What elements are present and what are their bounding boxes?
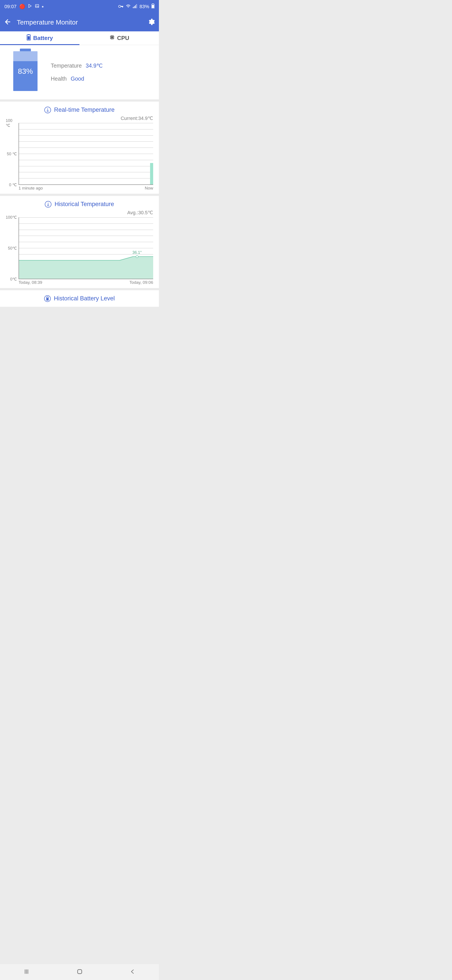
battery-info-text: Temperature 34.9℃ Health Good [51,56,153,89]
svg-rect-13 [28,36,30,40]
tab-cpu[interactable]: CPU [79,31,159,45]
historical-chart: 100℃ 50℃ 0℃ [6,217,153,279]
status-left: 09:07 🔴 [5,4,43,10]
app-bar: Temperature Monitor [0,13,159,31]
thermometer-icon [45,201,51,208]
realtime-current: Current:34.9℃ [0,116,159,123]
realtime-bar [150,163,153,185]
ytick: 50 ℃ [7,151,17,156]
play-store-icon [28,4,32,10]
historical-avg: Avg.:30.5℃ [0,210,159,217]
historical-batt-title: Historical Battery Level [54,295,115,302]
ytick: 100℃ [6,215,17,220]
battery-large-icon: 83% [13,51,38,93]
ytick: 0℃ [10,277,17,282]
svg-point-16 [47,110,48,112]
svg-point-1 [119,5,121,8]
vpn-key-icon [118,4,124,10]
clock-text: 09:07 [5,4,17,10]
cpu-tab-icon [109,35,115,42]
svg-rect-10 [152,5,154,8]
settings-button[interactable] [147,18,155,27]
tab-battery[interactable]: Battery [0,31,79,45]
back-button[interactable] [4,18,11,27]
xtick-end: Now [145,186,153,191]
health-label: Health [51,76,67,82]
ytick: 0 ℃ [9,183,17,187]
status-bar: 09:07 🔴 83% [0,0,159,13]
battery-status-icon [151,3,154,10]
temp-label: Temperature [51,62,82,69]
tab-battery-label: Battery [33,35,53,41]
svg-rect-6 [135,5,136,8]
app-notif-icon: 🔴 [19,4,25,10]
realtime-chart: 100 ℃ 50 ℃ 0 ℃ [6,123,153,185]
historical-temp-title: Historical Temperature [54,201,114,208]
battery-tab-icon [27,34,31,42]
svg-rect-4 [133,7,133,8]
historical-temp-panel: Historical Temperature Avg.:30.5℃ 100℃ 5… [0,196,159,288]
historical-marker-label: 36.1° [132,250,142,255]
ytick: 50℃ [8,246,17,251]
battery-info-panel: 83% Temperature 34.9℃ Health Good [0,45,159,99]
tab-cpu-label: CPU [117,35,129,41]
gallery-icon [35,4,39,10]
svg-rect-5 [134,6,135,8]
xtick-start: Today, 08:39 [19,280,42,285]
temp-value: 34.9℃ [86,62,103,69]
xtick-end: Today, 09:06 [130,280,153,285]
wifi-icon [126,4,131,10]
svg-rect-20 [47,298,48,300]
svg-point-17 [48,205,49,206]
svg-rect-15 [111,37,113,38]
historical-area [19,217,153,279]
more-notif-dot [42,6,43,8]
status-right: 83% [118,3,154,10]
health-value: Good [71,76,84,82]
signal-icon [133,4,137,10]
realtime-temp-panel: Real-time Temperature Current:34.9℃ 100 … [0,102,159,194]
thermometer-icon [44,107,51,113]
xtick-start: 1 minute ago [19,186,43,191]
historical-battery-panel: Historical Battery Level [0,290,159,307]
realtime-title: Real-time Temperature [54,107,114,113]
historical-marker [136,255,138,258]
tab-bar: Battery CPU [0,31,159,45]
page-title: Temperature Monitor [17,19,147,26]
battery-pct-large: 83% [18,67,33,76]
svg-rect-3 [122,6,123,8]
svg-rect-7 [136,5,137,8]
battery-pct-text: 83% [140,4,149,10]
ytick: 100 ℃ [6,118,17,128]
battery-section-icon [44,295,51,302]
